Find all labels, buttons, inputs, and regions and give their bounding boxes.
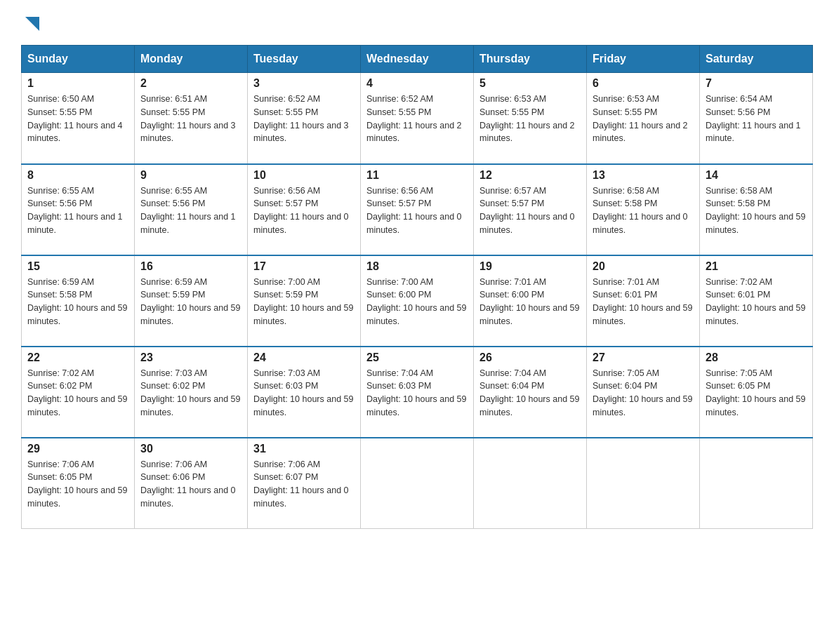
- calendar-cell: 6 Sunrise: 6:53 AM Sunset: 5:55 PM Dayli…: [587, 73, 700, 164]
- day-info: Sunrise: 6:57 AM Sunset: 5:57 PM Dayligh…: [479, 185, 581, 237]
- calendar-cell: 12 Sunrise: 6:57 AM Sunset: 5:57 PM Dayl…: [474, 164, 587, 255]
- day-header-sunday: Sunday: [22, 46, 135, 73]
- calendar-week-1: 1 Sunrise: 6:50 AM Sunset: 5:55 PM Dayli…: [22, 73, 813, 164]
- calendar-cell: 5 Sunrise: 6:53 AM Sunset: 5:55 PM Dayli…: [474, 73, 587, 164]
- day-info: Sunrise: 7:00 AM Sunset: 5:59 PM Dayligh…: [253, 276, 355, 328]
- calendar-cell: [361, 438, 474, 529]
- day-info: Sunrise: 6:56 AM Sunset: 5:57 PM Dayligh…: [366, 185, 468, 237]
- day-info: Sunrise: 7:05 AM Sunset: 6:04 PM Dayligh…: [593, 367, 694, 420]
- day-number: 31: [253, 443, 355, 455]
- day-info: Sunrise: 7:04 AM Sunset: 6:04 PM Dayligh…: [479, 367, 581, 420]
- day-number: 12: [479, 169, 581, 182]
- page-header: [21, 14, 813, 34]
- day-number: 30: [140, 443, 241, 455]
- day-number: 3: [253, 77, 355, 90]
- day-info: Sunrise: 6:52 AM Sunset: 5:55 PM Dayligh…: [253, 93, 355, 145]
- day-number: 28: [706, 351, 807, 364]
- calendar-cell: 9 Sunrise: 6:55 AM Sunset: 5:56 PM Dayli…: [135, 164, 248, 255]
- calendar-cell: 22 Sunrise: 7:02 AM Sunset: 6:02 PM Dayl…: [22, 347, 135, 438]
- day-number: 25: [366, 351, 468, 364]
- calendar-cell: 4 Sunrise: 6:52 AM Sunset: 5:55 PM Dayli…: [361, 73, 474, 164]
- day-header-wednesday: Wednesday: [361, 46, 474, 73]
- day-info: Sunrise: 7:06 AM Sunset: 6:06 PM Dayligh…: [140, 458, 241, 511]
- day-info: Sunrise: 6:54 AM Sunset: 5:56 PM Dayligh…: [706, 93, 807, 145]
- day-number: 18: [366, 260, 468, 273]
- day-number: 29: [27, 443, 128, 455]
- day-info: Sunrise: 6:53 AM Sunset: 5:55 PM Dayligh…: [479, 93, 581, 145]
- day-info: Sunrise: 7:01 AM Sunset: 6:00 PM Dayligh…: [479, 276, 581, 328]
- day-number: 6: [593, 77, 694, 90]
- day-number: 9: [140, 169, 241, 182]
- day-info: Sunrise: 6:58 AM Sunset: 5:58 PM Dayligh…: [593, 185, 694, 237]
- day-info: Sunrise: 7:06 AM Sunset: 6:05 PM Dayligh…: [27, 458, 128, 511]
- calendar-cell: 31 Sunrise: 7:06 AM Sunset: 6:07 PM Dayl…: [248, 438, 361, 529]
- calendar-cell: [700, 438, 813, 529]
- day-info: Sunrise: 7:01 AM Sunset: 6:01 PM Dayligh…: [593, 276, 694, 328]
- day-info: Sunrise: 6:55 AM Sunset: 5:56 PM Dayligh…: [140, 185, 241, 237]
- svg-marker-0: [25, 17, 39, 31]
- day-number: 24: [253, 351, 355, 364]
- calendar-cell: 17 Sunrise: 7:00 AM Sunset: 5:59 PM Dayl…: [248, 255, 361, 347]
- calendar-cell: 11 Sunrise: 6:56 AM Sunset: 5:57 PM Dayl…: [361, 164, 474, 255]
- day-number: 22: [27, 351, 128, 364]
- day-header-monday: Monday: [135, 46, 248, 73]
- calendar-cell: 27 Sunrise: 7:05 AM Sunset: 6:04 PM Dayl…: [587, 347, 700, 438]
- calendar-table: SundayMondayTuesdayWednesdayThursdayFrid…: [21, 45, 813, 529]
- calendar-cell: [587, 438, 700, 529]
- calendar-cell: 14 Sunrise: 6:58 AM Sunset: 5:58 PM Dayl…: [700, 164, 813, 255]
- calendar-week-5: 29 Sunrise: 7:06 AM Sunset: 6:05 PM Dayl…: [22, 438, 813, 529]
- day-number: 11: [366, 169, 468, 182]
- calendar-cell: 25 Sunrise: 7:04 AM Sunset: 6:03 PM Dayl…: [361, 347, 474, 438]
- calendar-cell: 13 Sunrise: 6:58 AM Sunset: 5:58 PM Dayl…: [587, 164, 700, 255]
- day-number: 26: [479, 351, 581, 364]
- day-number: 13: [593, 169, 694, 182]
- day-info: Sunrise: 6:58 AM Sunset: 5:58 PM Dayligh…: [706, 185, 807, 237]
- calendar-cell: [474, 438, 587, 529]
- calendar-cell: 15 Sunrise: 6:59 AM Sunset: 5:58 PM Dayl…: [22, 255, 135, 347]
- day-number: 15: [27, 260, 128, 273]
- day-info: Sunrise: 7:00 AM Sunset: 6:00 PM Dayligh…: [366, 276, 468, 328]
- calendar-cell: 20 Sunrise: 7:01 AM Sunset: 6:01 PM Dayl…: [587, 255, 700, 347]
- day-info: Sunrise: 6:55 AM Sunset: 5:56 PM Dayligh…: [27, 185, 128, 237]
- day-number: 17: [253, 260, 355, 273]
- calendar-cell: 8 Sunrise: 6:55 AM Sunset: 5:56 PM Dayli…: [22, 164, 135, 255]
- day-number: 14: [706, 169, 807, 182]
- day-info: Sunrise: 7:05 AM Sunset: 6:05 PM Dayligh…: [706, 367, 807, 420]
- calendar-week-4: 22 Sunrise: 7:02 AM Sunset: 6:02 PM Dayl…: [22, 347, 813, 438]
- day-number: 23: [140, 351, 241, 364]
- day-info: Sunrise: 6:51 AM Sunset: 5:55 PM Dayligh…: [140, 93, 241, 145]
- day-number: 2: [140, 77, 241, 90]
- calendar-week-3: 15 Sunrise: 6:59 AM Sunset: 5:58 PM Dayl…: [22, 255, 813, 347]
- day-info: Sunrise: 6:52 AM Sunset: 5:55 PM Dayligh…: [366, 93, 468, 145]
- calendar-cell: 28 Sunrise: 7:05 AM Sunset: 6:05 PM Dayl…: [700, 347, 813, 438]
- logo: [21, 14, 42, 34]
- day-number: 5: [479, 77, 581, 90]
- calendar-cell: 19 Sunrise: 7:01 AM Sunset: 6:00 PM Dayl…: [474, 255, 587, 347]
- day-info: Sunrise: 7:02 AM Sunset: 6:02 PM Dayligh…: [27, 367, 128, 420]
- day-number: 27: [593, 351, 694, 364]
- day-info: Sunrise: 6:56 AM Sunset: 5:57 PM Dayligh…: [253, 185, 355, 237]
- day-info: Sunrise: 7:03 AM Sunset: 6:02 PM Dayligh…: [140, 367, 241, 420]
- day-info: Sunrise: 7:04 AM Sunset: 6:03 PM Dayligh…: [366, 367, 468, 420]
- calendar-cell: 10 Sunrise: 6:56 AM Sunset: 5:57 PM Dayl…: [248, 164, 361, 255]
- calendar-cell: 26 Sunrise: 7:04 AM Sunset: 6:04 PM Dayl…: [474, 347, 587, 438]
- calendar-week-2: 8 Sunrise: 6:55 AM Sunset: 5:56 PM Dayli…: [22, 164, 813, 255]
- day-number: 20: [593, 260, 694, 273]
- calendar-cell: 21 Sunrise: 7:02 AM Sunset: 6:01 PM Dayl…: [700, 255, 813, 347]
- day-info: Sunrise: 6:59 AM Sunset: 5:58 PM Dayligh…: [27, 276, 128, 328]
- calendar-cell: 1 Sunrise: 6:50 AM Sunset: 5:55 PM Dayli…: [22, 73, 135, 164]
- day-number: 10: [253, 169, 355, 182]
- day-header-tuesday: Tuesday: [248, 46, 361, 73]
- day-number: 7: [706, 77, 807, 90]
- day-info: Sunrise: 7:02 AM Sunset: 6:01 PM Dayligh…: [706, 276, 807, 328]
- calendar-cell: 3 Sunrise: 6:52 AM Sunset: 5:55 PM Dayli…: [248, 73, 361, 164]
- day-info: Sunrise: 6:59 AM Sunset: 5:59 PM Dayligh…: [140, 276, 241, 328]
- calendar-cell: 29 Sunrise: 7:06 AM Sunset: 6:05 PM Dayl…: [22, 438, 135, 529]
- calendar-cell: 18 Sunrise: 7:00 AM Sunset: 6:00 PM Dayl…: [361, 255, 474, 347]
- calendar-cell: 2 Sunrise: 6:51 AM Sunset: 5:55 PM Dayli…: [135, 73, 248, 164]
- day-number: 8: [27, 169, 128, 182]
- calendar-cell: 7 Sunrise: 6:54 AM Sunset: 5:56 PM Dayli…: [700, 73, 813, 164]
- day-header-saturday: Saturday: [700, 46, 813, 73]
- day-info: Sunrise: 7:06 AM Sunset: 6:07 PM Dayligh…: [253, 458, 355, 511]
- day-header-friday: Friday: [587, 46, 700, 73]
